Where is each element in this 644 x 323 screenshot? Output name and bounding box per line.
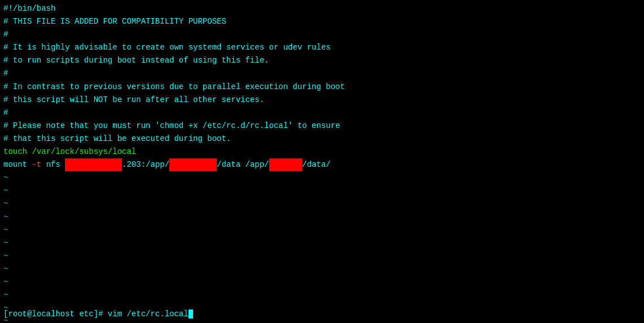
tilde-3: ~	[3, 197, 641, 210]
touch-command: touch /var/lock/subsys/local	[3, 147, 136, 156]
line-empty2: #	[3, 67, 641, 80]
line-touch: touch /var/lock/subsys/local	[3, 145, 641, 158]
redacted-path1	[169, 158, 217, 171]
line-comment3: # to run scripts during boot instead of …	[3, 54, 641, 67]
line-mount: mount -t nfs .203:/app/ /data /app/ /dat…	[3, 158, 641, 171]
line-comment2: # It is highly advisable to create own s…	[3, 41, 641, 54]
line-shebang: #!/bin/bash	[3, 2, 641, 15]
mount-t-flag: -t	[32, 160, 41, 169]
cursor	[189, 309, 193, 318]
line-comment4: # In contrast to previous versions due t…	[3, 81, 641, 94]
command-prompt[interactable]: [root@localhost etc]# vim /etc/rc.local	[3, 309, 193, 318]
tilde-1: ~	[3, 171, 641, 184]
line-comment5: # this script will NOT be run after all …	[3, 94, 641, 107]
tilde-4: ~	[3, 211, 641, 224]
tilde-8: ~	[3, 263, 641, 276]
line-empty1: #	[3, 28, 641, 41]
line-comment1: # THIS FILE IS ADDED FOR COMPATIBILITY P…	[3, 15, 641, 28]
line-comment6: # Please note that you must run 'chmod +…	[3, 120, 641, 132]
line-comment7: # that this script will be executed duri…	[3, 132, 641, 145]
redacted-path2	[269, 158, 303, 171]
line-empty3: #	[3, 107, 641, 120]
tilde-2: ~	[3, 184, 641, 197]
tilde-7: ~	[3, 250, 641, 263]
tilde-6: ~	[3, 237, 641, 250]
tilde-9: ~	[3, 276, 641, 289]
tilde-5: ~	[3, 224, 641, 237]
terminal-window: #!/bin/bash # THIS FILE IS ADDED FOR COM…	[0, 0, 644, 323]
redacted-ip-prefix	[65, 158, 122, 171]
prompt-text: [root@localhost etc]# vim /etc/rc.local	[3, 309, 189, 318]
tilde-10: ~	[3, 289, 641, 302]
